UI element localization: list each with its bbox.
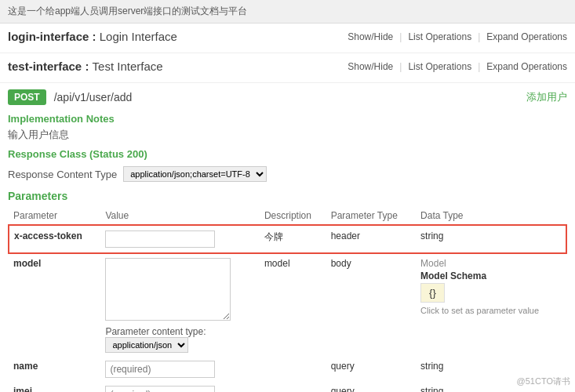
param-name: imei (9, 382, 100, 392)
param-type: header (326, 225, 416, 253)
parameters-title: Parameters (8, 190, 567, 202)
test-colon: : (85, 60, 92, 73)
param-content-type-row: Parameter content type: application/json (105, 326, 254, 353)
content-type-select[interactable]: application/json;charset=UTF-8 (123, 166, 267, 182)
test-interface-actions: Show/Hide | List Operations | Expand Ope… (348, 61, 567, 72)
table-row: imeiquerystring (9, 382, 566, 392)
param-text-input[interactable] (105, 386, 215, 392)
test-interface-title: test-interface : Test Interface (8, 60, 163, 73)
param-text-input[interactable] (105, 361, 215, 378)
response-class-label: Response Class (Status 200) (8, 148, 567, 160)
top-description: 这是一个给app端人员调用server端接口的测试文档与平台 (0, 0, 575, 24)
param-type: body (326, 253, 416, 357)
param-description (260, 382, 326, 392)
table-row: namequerystring (9, 357, 566, 382)
param-value[interactable] (100, 357, 259, 382)
param-data-type: Model Model Schema {} Click to set as pa… (416, 253, 566, 357)
content-type-label: Response Content Type (8, 169, 117, 180)
endpoint-action[interactable]: 添加用户 (526, 90, 567, 104)
login-interface-desc: Login Interface (100, 30, 177, 43)
model-schema-hint: Click to set as parameter value (420, 306, 562, 315)
col-data-type: Data Type (416, 207, 566, 225)
param-textarea-input[interactable] (105, 258, 231, 321)
param-text-input[interactable] (105, 230, 215, 248)
endpoint-path: /api/v1/user/add (54, 91, 133, 103)
param-description: 今牌 (260, 225, 326, 253)
param-type: query (326, 382, 416, 392)
param-name: x-access-token (9, 225, 100, 253)
test-interface-desc: Test Interface (93, 60, 163, 73)
table-row: modelParameter content type: application… (9, 253, 566, 357)
param-value[interactable]: Parameter content type: application/json (100, 253, 259, 357)
watermark: @51CTO请书 (517, 376, 570, 387)
test-expand-ops[interactable]: Expand Operations (486, 61, 567, 72)
param-data-type: string (416, 225, 566, 253)
param-value[interactable] (100, 382, 259, 392)
implementation-note: 输入用户信息 (8, 128, 567, 142)
model-schema-label: Model Schema (420, 270, 562, 281)
col-parameter: Parameter (9, 207, 100, 225)
parameters-table: Parameter Value Description Parameter Ty… (8, 207, 567, 392)
login-show-hide[interactable]: Show/Hide (348, 31, 393, 42)
test-interface-name: test-interface (8, 60, 82, 73)
implementation-notes-title: Implementation Notes (8, 113, 567, 125)
col-param-type: Parameter Type (326, 207, 416, 225)
param-name: model (9, 253, 100, 357)
content-type-hint: Parameter content type: (105, 326, 206, 337)
login-interface-section: login-interface : Login Interface Show/H… (0, 24, 575, 53)
http-method-badge: POST (8, 89, 46, 105)
endpoint-section: POST /api/v1/user/add 添加用户 Implementatio… (0, 83, 575, 392)
top-description-text: 这是一个给app端人员调用server端接口的测试文档与平台 (8, 5, 247, 16)
param-value[interactable] (100, 225, 259, 253)
test-interface-section: test-interface : Test Interface Show/Hid… (0, 53, 575, 83)
login-list-ops[interactable]: List Operations (408, 31, 471, 42)
login-colon: : (93, 30, 100, 43)
param-description: model (260, 253, 326, 357)
param-name: name (9, 357, 100, 382)
login-expand-ops[interactable]: Expand Operations (486, 31, 567, 42)
login-interface-actions: Show/Hide | List Operations | Expand Ope… (348, 31, 567, 42)
param-description (260, 357, 326, 382)
login-interface-name: login-interface (8, 30, 89, 43)
login-interface-title: login-interface : Login Interface (8, 30, 177, 43)
table-row: x-access-token今牌headerstring (9, 225, 566, 253)
model-schema-box[interactable]: {} (420, 283, 445, 303)
model-label: Model (420, 258, 562, 269)
param-content-type-select[interactable]: application/json (105, 337, 188, 353)
col-description: Description (260, 207, 326, 225)
col-value: Value (100, 207, 259, 225)
param-type: query (326, 357, 416, 382)
content-type-row: Response Content Type application/json;c… (8, 166, 567, 182)
test-list-ops[interactable]: List Operations (408, 61, 471, 72)
test-show-hide[interactable]: Show/Hide (348, 61, 393, 72)
